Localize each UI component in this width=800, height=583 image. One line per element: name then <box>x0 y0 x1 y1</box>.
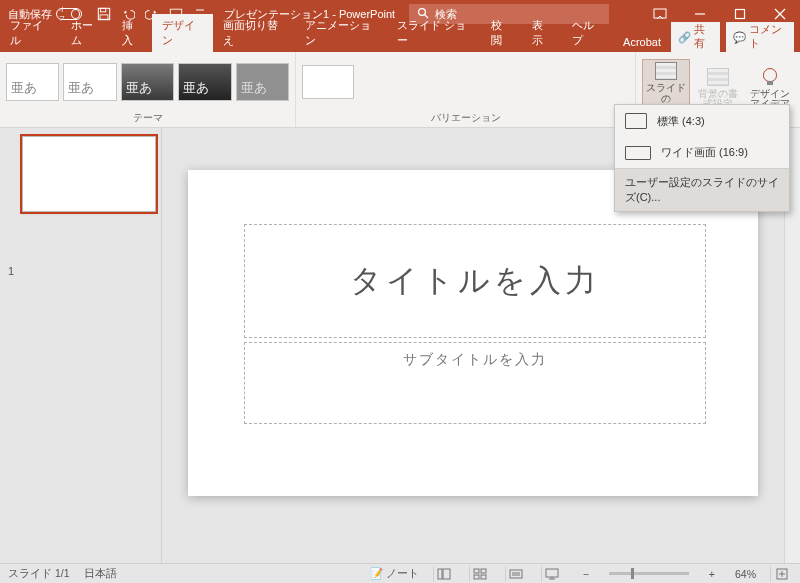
slide-size-standard[interactable]: 標準 (4:3) <box>615 105 789 137</box>
menu-item-label: ワイド画面 (16:9) <box>661 145 748 160</box>
menu-item-label: ユーザー設定のスライドのサイズ(C)... <box>625 175 779 205</box>
svg-rect-13 <box>474 569 479 573</box>
tab-insert[interactable]: 挿入 <box>112 14 153 52</box>
zoom-in-button[interactable]: + <box>703 568 721 580</box>
theme-thumb[interactable]: 亜あ <box>178 63 231 101</box>
svg-rect-8 <box>736 10 745 19</box>
tab-transitions[interactable]: 画面切り替え <box>213 14 295 52</box>
tab-help[interactable]: ヘルプ <box>562 14 613 52</box>
status-bar: スライド 1/1 日本語 📝 ノート − + 64% <box>0 563 800 583</box>
menu-item-label: 標準 (4:3) <box>657 114 705 129</box>
ribbon-tabs: ファイル ホーム 挿入 デザイン 画面切り替え アニメーション スライド ショー… <box>0 28 800 52</box>
ribbon-group-label: テーマ <box>0 111 295 127</box>
subtitle-placeholder-text: サブタイトルを入力 <box>403 351 547 369</box>
svg-rect-16 <box>481 575 486 579</box>
reading-view-button[interactable] <box>505 566 527 582</box>
background-format-icon <box>707 68 729 86</box>
zoom-slider[interactable] <box>609 572 689 575</box>
tab-acrobat[interactable]: Acrobat <box>613 32 671 52</box>
share-icon: 🔗 <box>678 31 691 44</box>
ribbon-group-variations: バリエーション <box>296 52 636 127</box>
design-ideas-icon <box>759 68 781 86</box>
subtitle-placeholder[interactable]: サブタイトルを入力 <box>244 342 706 424</box>
zoom-percent[interactable]: 64% <box>735 568 756 580</box>
aspect-4-3-icon <box>625 113 647 129</box>
svg-rect-20 <box>546 569 558 577</box>
theme-thumb[interactable]: 亜あ <box>121 63 174 101</box>
normal-view-button[interactable] <box>433 566 455 582</box>
comment-icon: 💬 <box>733 31 746 44</box>
tab-home[interactable]: ホーム <box>61 14 112 52</box>
slideshow-view-button[interactable] <box>541 566 563 582</box>
title-placeholder[interactable]: タイトルを入力 <box>244 224 706 338</box>
tab-design[interactable]: デザイン <box>152 14 213 52</box>
ribbon-group-label: バリエーション <box>296 111 635 127</box>
tab-file[interactable]: ファイル <box>0 14 61 52</box>
svg-rect-11 <box>438 569 442 579</box>
tab-slideshow[interactable]: スライド ショー <box>387 14 482 52</box>
language-indicator[interactable]: 日本語 <box>84 567 117 581</box>
slide-size-dropdown: 標準 (4:3) ワイド画面 (16:9) ユーザー設定のスライドのサイズ(C)… <box>614 104 790 212</box>
tab-animations[interactable]: アニメーション <box>295 14 387 52</box>
slide-thumbnail-pane[interactable]: 1 <box>0 128 162 563</box>
svg-rect-14 <box>481 569 486 573</box>
thumb-number: 1 <box>8 265 14 277</box>
theme-thumb[interactable]: 亜あ <box>236 63 289 101</box>
slide-size-custom[interactable]: ユーザー設定のスライドのサイズ(C)... <box>615 168 789 211</box>
slide-sorter-view-button[interactable] <box>469 566 491 582</box>
share-button[interactable]: 🔗共有 <box>671 22 720 52</box>
theme-thumb[interactable]: 亜あ <box>63 63 116 101</box>
variation-thumb[interactable] <box>302 65 354 99</box>
slide-counter[interactable]: スライド 1/1 <box>8 567 70 581</box>
svg-rect-12 <box>443 569 450 579</box>
notes-button[interactable]: 📝 ノート <box>370 567 419 581</box>
fit-to-window-button[interactable] <box>770 566 792 582</box>
slide-size-icon <box>655 62 677 80</box>
title-placeholder-text: タイトルを入力 <box>350 260 600 302</box>
svg-rect-17 <box>510 570 522 578</box>
zoom-out-button[interactable]: − <box>577 568 595 580</box>
ribbon-group-themes: 亜あ 亜あ 亜あ 亜あ 亜あ テーマ <box>0 52 296 127</box>
theme-thumb[interactable]: 亜あ <box>6 63 59 101</box>
svg-rect-15 <box>474 575 479 579</box>
comments-button[interactable]: 💬コメント <box>726 22 795 52</box>
tab-review[interactable]: 校閲 <box>481 14 522 52</box>
slide-size-widescreen[interactable]: ワイド画面 (16:9) <box>615 137 789 168</box>
slide[interactable]: タイトルを入力 サブタイトルを入力 <box>188 170 758 496</box>
aspect-16-9-icon <box>625 146 651 160</box>
tab-view[interactable]: 表示 <box>522 14 563 52</box>
slide-thumbnail[interactable] <box>22 136 156 212</box>
